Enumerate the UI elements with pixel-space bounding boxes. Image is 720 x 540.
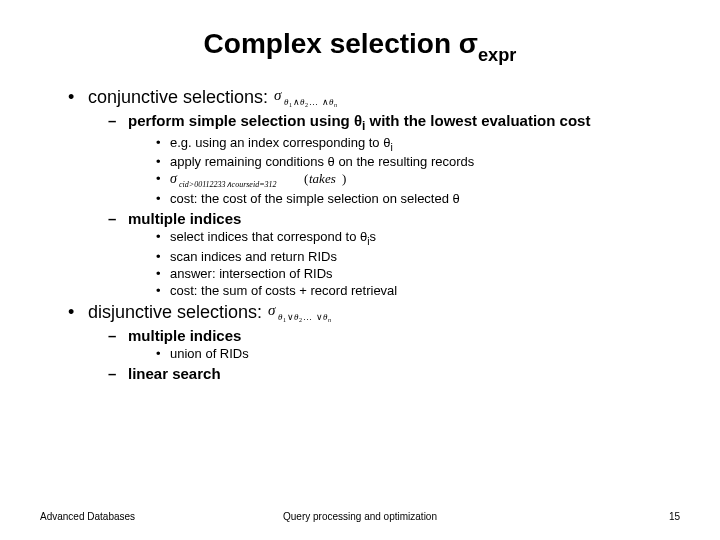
- svg-text:(: (: [304, 171, 308, 186]
- svg-text:2: 2: [305, 102, 308, 107]
- bullet-l3: union of RIDs: [156, 346, 680, 361]
- svg-text:1: 1: [283, 317, 286, 322]
- svg-text:∨: ∨: [316, 312, 323, 322]
- svg-text:…: …: [303, 312, 312, 322]
- subscript: i: [367, 236, 369, 247]
- bullet-l2-label: perform simple selection using θi with t…: [128, 112, 590, 129]
- slide-footer: Advanced Databases Query processing and …: [0, 511, 720, 522]
- footer-right: 15: [669, 511, 680, 522]
- title-text: Complex selection σ: [204, 28, 478, 59]
- svg-text:takes: takes: [309, 171, 336, 186]
- svg-text:∨: ∨: [287, 312, 294, 322]
- svg-text:∧: ∧: [322, 97, 329, 107]
- formula-sigma-theta-conj: σ θ 1 ∧ θ 2 … ∧ θ n: [274, 87, 360, 107]
- bullet-list-l2: perform simple selection using θi with t…: [88, 112, 680, 298]
- svg-text:1: 1: [289, 102, 292, 107]
- bullet-l3: e.g. using an index corresponding to θi: [156, 135, 680, 153]
- bullet-list-l3: e.g. using an index corresponding to θia…: [128, 135, 680, 207]
- svg-text:n: n: [328, 317, 331, 322]
- svg-text:2: 2: [299, 317, 302, 322]
- bullet-l2: multiple indicesselect indices that corr…: [108, 210, 680, 298]
- bullet-list: conjunctive selections: σ θ 1 ∧ θ 2 … ∧ …: [40, 87, 680, 382]
- bullet-l1: conjunctive selections: σ θ 1 ∧ θ 2 … ∧ …: [68, 87, 680, 298]
- bullet-l2: linear search: [108, 365, 680, 382]
- title-sub: expr: [478, 45, 516, 65]
- bullet-l1: disjunctive selections: σ θ 1 ∨ θ 2 … ∨ …: [68, 302, 680, 382]
- formula-sigma-cid-course: σ cid>00112233∧courseid=312 ( takes ): [170, 171, 360, 189]
- bullet-l3: scan indices and return RIDs: [156, 249, 680, 264]
- footer-left: Advanced Databases: [40, 511, 135, 522]
- svg-text:σ: σ: [274, 87, 282, 103]
- svg-text:): ): [342, 171, 346, 186]
- subscript: i: [390, 141, 392, 152]
- bullet-l1-row: disjunctive selections: σ θ 1 ∨ θ 2 … ∨ …: [88, 302, 354, 323]
- bullet-l2-label: multiple indices: [128, 327, 241, 344]
- svg-text:σ: σ: [170, 171, 178, 186]
- bullet-list-l2: multiple indicesunion of RIDslinear sear…: [88, 327, 680, 382]
- formula-sigma-theta-disj: σ θ 1 ∨ θ 2 … ∨ θ n: [268, 302, 354, 322]
- bullet-l3: cost: the sum of costs + record retrieva…: [156, 283, 680, 298]
- bullet-l3: answer: intersection of RIDs: [156, 266, 680, 281]
- bullet-l2: perform simple selection using θi with t…: [108, 112, 680, 207]
- bullet-l2: multiple indicesunion of RIDs: [108, 327, 680, 361]
- bullet-l2-label: linear search: [128, 365, 221, 382]
- svg-text:σ: σ: [268, 302, 276, 318]
- bullet-l3: cost: the cost of the simple selection o…: [156, 191, 680, 206]
- bullet-l1-row: conjunctive selections: σ θ 1 ∧ θ 2 … ∧ …: [88, 87, 360, 108]
- bullet-list-l3: select indices that correspond to θissca…: [128, 229, 680, 298]
- bullet-l3: σ cid>00112233∧courseid=312 ( takes ): [156, 171, 680, 189]
- svg-text:…: …: [309, 97, 318, 107]
- svg-text:∧: ∧: [293, 97, 300, 107]
- svg-text:n: n: [334, 102, 337, 107]
- slide-title: Complex selection σexpr: [40, 28, 680, 65]
- bullet-l3: apply remaining conditions θ on the resu…: [156, 154, 680, 169]
- svg-text:cid>00112233∧courseid=312: cid>00112233∧courseid=312: [179, 180, 277, 189]
- bullet-list-l3: union of RIDs: [128, 346, 680, 361]
- slide: Complex selection σexpr conjunctive sele…: [0, 0, 720, 540]
- bullet-l1-label: disjunctive selections:: [88, 302, 262, 323]
- bullet-l1-label: conjunctive selections:: [88, 87, 268, 108]
- bullet-l2-label: multiple indices: [128, 210, 241, 227]
- subscript: i: [362, 119, 365, 133]
- bullet-l3: select indices that correspond to θis: [156, 229, 680, 247]
